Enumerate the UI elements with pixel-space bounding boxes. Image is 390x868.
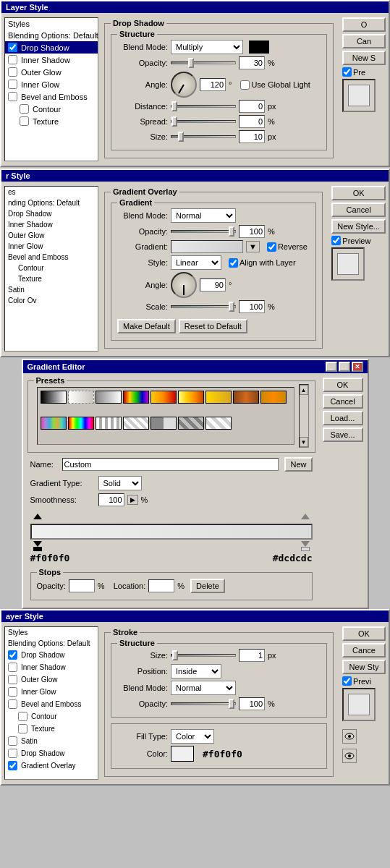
sb3-blending[interactable]: Blending Options: Default [5, 638, 98, 649]
sidebar-item-inner-shadow-1[interactable]: Inner Shadow [5, 54, 98, 66]
preset-8[interactable] [233, 391, 259, 404]
angle-dial-2[interactable] [171, 272, 197, 298]
global-light-cb-1[interactable] [240, 80, 250, 90]
sidebar2-contour[interactable]: Contour [5, 263, 98, 273]
sb3-color-overlay-cb[interactable] [8, 749, 17, 758]
preview-checkbox-2[interactable] [331, 236, 341, 245]
arrow-gradient[interactable]: ▼ [246, 241, 260, 252]
opacity-stop-right[interactable] [301, 514, 310, 519]
eye-icon-2[interactable] [342, 749, 357, 763]
preset-11[interactable] [68, 417, 94, 430]
sb3-bevel-cb[interactable] [8, 699, 17, 709]
sb3-gradient-overlay[interactable]: Gradient Overlay [5, 760, 98, 772]
sb3-gradient-overlay-cb[interactable] [8, 761, 17, 770]
sb3-inner-glow[interactable]: Inner Glow [5, 686, 98, 698]
gradient-picker[interactable] [171, 240, 243, 253]
ge-maximize-btn[interactable]: □ [339, 362, 350, 372]
opacity-slider-2[interactable] [171, 230, 236, 233]
preset-3[interactable] [96, 391, 122, 404]
sb3-inner-shadow-cb[interactable] [8, 663, 17, 672]
preset-4[interactable] [123, 391, 149, 404]
location-input[interactable] [148, 579, 174, 592]
sidebar-item-styles-1[interactable]: Styles [5, 18, 98, 30]
opacity-stop-left[interactable] [33, 514, 42, 519]
preset-9[interactable] [260, 391, 287, 404]
ok-button-1[interactable]: O [342, 17, 386, 32]
sb3-contour-cb[interactable] [18, 712, 27, 721]
inner-glow-cb-1[interactable] [8, 80, 17, 89]
opacity-slider-1[interactable] [171, 61, 236, 64]
ge-close-btn[interactable]: ✕ [352, 362, 363, 372]
style-select[interactable]: Linear [171, 255, 221, 270]
ge-save-btn[interactable]: Save... [323, 427, 363, 442]
new-style-button-3[interactable]: New Sty [342, 660, 386, 674]
preset-13[interactable] [123, 417, 149, 430]
stroke-size-input[interactable] [239, 649, 265, 662]
color-stop-left[interactable] [33, 541, 42, 551]
reset-default-btn[interactable]: Reset to Default [179, 319, 247, 333]
ok-button-2[interactable]: OK [331, 186, 386, 200]
sidebar-item-blending-1[interactable]: Blending Options: Default [5, 30, 98, 41]
sidebar2-bevel[interactable]: Bevel and Emboss [5, 252, 98, 263]
inner-shadow-cb-1[interactable] [8, 55, 17, 64]
distance-slider-1[interactable] [171, 105, 236, 108]
delete-stop-btn[interactable]: Delete [190, 579, 225, 593]
color-stop-right[interactable] [301, 541, 310, 551]
scroll-up-btn[interactable]: ▲ [300, 385, 308, 395]
sb3-texture-cb[interactable] [18, 724, 27, 733]
cancel-button-1[interactable]: Can [342, 34, 386, 48]
preset-6[interactable] [178, 391, 204, 404]
outer-glow-cb-1[interactable] [8, 67, 17, 77]
sidebar2-color-ov[interactable]: Color Ov [5, 295, 98, 306]
ok-button-3[interactable]: OK [342, 626, 386, 641]
blend-mode-select-1[interactable]: Multiply [171, 40, 243, 54]
scale-slider[interactable] [171, 305, 236, 308]
sb3-outer-glow-cb[interactable] [8, 675, 17, 684]
new-gradient-btn[interactable]: New [284, 457, 312, 472]
angle-input-2[interactable] [200, 278, 226, 292]
sidebar-item-bevel-1[interactable]: Bevel and Emboss [5, 90, 98, 103]
sb3-styles[interactable]: Styles [5, 627, 98, 638]
drop-shadow-checkbox-1[interactable] [8, 43, 17, 52]
scale-input[interactable] [239, 300, 265, 313]
stroke-color-swatch[interactable] [171, 746, 194, 762]
preset-12[interactable] [96, 417, 122, 430]
spread-input-1[interactable] [239, 115, 265, 128]
sidebar-item-texture-1[interactable]: Texture [5, 115, 98, 127]
sidebar2-blending[interactable]: nding Options: Default [5, 197, 98, 208]
size-input-1[interactable] [239, 130, 265, 143]
sb3-bevel[interactable]: Bevel and Emboss [5, 698, 98, 710]
sb3-inner-glow-cb[interactable] [8, 687, 17, 697]
texture-cb-1[interactable] [20, 116, 29, 126]
sb3-satin[interactable]: Satin [5, 735, 98, 747]
sidebar2-styles[interactable]: es [5, 187, 98, 197]
new-style-button-2[interactable]: New Style... [331, 219, 386, 234]
preset-7[interactable] [205, 391, 232, 404]
ge-minimize-btn[interactable]: _ [326, 362, 337, 372]
new-style-button-1[interactable]: New S [342, 51, 386, 65]
bevel-cb-1[interactable] [8, 92, 17, 101]
reverse-cb[interactable] [267, 242, 276, 252]
sb3-inner-shadow[interactable]: Inner Shadow [5, 661, 98, 673]
sidebar2-satin[interactable]: Satin [5, 284, 98, 295]
sidebar2-inner-glow[interactable]: Inner Glow [5, 241, 98, 252]
size-slider-1[interactable] [171, 135, 236, 138]
cancel-button-3[interactable]: Cance [342, 643, 386, 658]
sidebar2-drop-shadow[interactable]: Drop Shadow [5, 208, 98, 219]
make-default-btn[interactable]: Make Default [117, 319, 176, 333]
sb3-satin-cb[interactable] [8, 736, 17, 746]
opacity-input-2[interactable] [239, 225, 265, 238]
angle-input-1[interactable] [200, 78, 226, 91]
angle-dial-1[interactable] [171, 72, 197, 98]
preset-15[interactable] [178, 417, 204, 430]
preset-14[interactable] [151, 417, 177, 430]
sidebar-item-inner-glow-1[interactable]: Inner Glow [5, 78, 98, 90]
spread-slider-1[interactable] [171, 120, 236, 123]
ge-ok-btn[interactable]: OK [323, 378, 363, 392]
eye-icon-1[interactable] [342, 729, 357, 744]
preset-5[interactable] [151, 391, 177, 404]
sb3-contour[interactable]: Contour [5, 710, 98, 723]
preset-10[interactable] [41, 417, 67, 430]
opacity-stops-input[interactable] [69, 579, 95, 592]
cancel-button-2[interactable]: Cancel [331, 203, 386, 217]
